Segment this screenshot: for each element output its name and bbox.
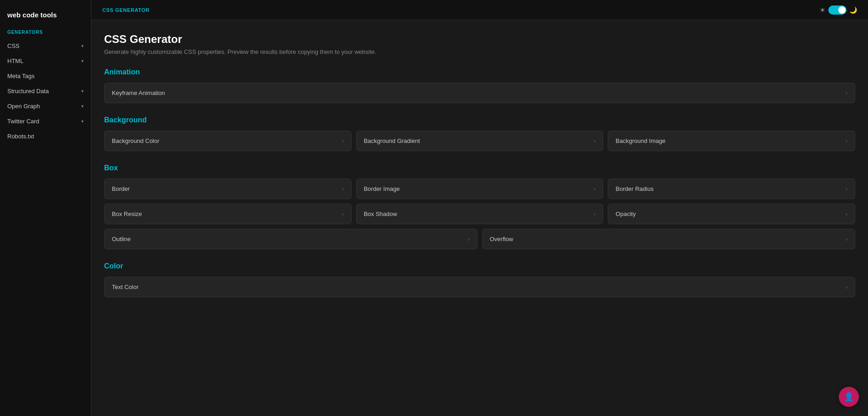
sidebar-item-label: HTML	[7, 58, 23, 64]
sidebar-item-label: Meta Tags	[7, 73, 35, 79]
toggle-knob	[838, 6, 846, 14]
card-label-overflow: Overflow	[490, 236, 513, 242]
card-arrow-keyframe-animation: ›	[846, 90, 847, 96]
card-label-outline: Outline	[112, 236, 131, 242]
card-label-opacity: Opacity	[615, 211, 636, 217]
section-background: Background Background Color › Background…	[104, 116, 855, 151]
sidebar-item-css[interactable]: CSS▾	[0, 38, 91, 53]
section-cards-background: Background Color › Background Gradient ›…	[104, 131, 855, 151]
app-logo: web code tools	[0, 7, 91, 28]
card-box-shadow[interactable]: Box Shadow ›	[356, 204, 604, 224]
card-arrow-background-color: ›	[342, 138, 344, 144]
card-arrow-background-gradient: ›	[594, 138, 595, 144]
card-arrow-outline: ›	[468, 236, 470, 242]
card-arrow-text-color: ›	[846, 284, 847, 290]
section-cards-box: Border › Border Image › Border Radius › …	[104, 179, 855, 249]
section-box: Box Border › Border Image › Border Radiu…	[104, 164, 855, 249]
topbar-title: CSS GENERATOR	[102, 7, 150, 13]
card-label-box-shadow: Box Shadow	[364, 211, 397, 217]
sidebar-item-structured-data[interactable]: Structured Data▾	[0, 84, 91, 99]
topbar: CSS GENERATOR ☀ 🌙	[91, 0, 868, 20]
card-overflow[interactable]: Overflow ›	[482, 229, 856, 249]
section-title-color: Color	[104, 262, 855, 270]
theme-toggle: ☀ 🌙	[820, 5, 857, 15]
chevron-icon: ▾	[81, 104, 84, 109]
main-area: CSS GENERATOR ☀ 🌙 CSS Generator Generate…	[91, 0, 868, 416]
sidebar-item-html[interactable]: HTML▾	[0, 53, 91, 68]
card-arrow-box-resize: ›	[342, 211, 344, 217]
content-area: CSS Generator Generate highly customizab…	[91, 20, 868, 416]
section-title-background: Background	[104, 116, 855, 124]
chevron-icon: ▾	[81, 58, 84, 63]
card-arrow-border-image: ›	[594, 186, 595, 192]
card-label-border-radius: Border Radius	[615, 185, 653, 192]
card-label-border-image: Border Image	[364, 185, 400, 192]
sidebar-item-label: Robots.txt	[7, 133, 34, 140]
sections-container: Animation Keyframe Animation › Backgroun…	[104, 68, 855, 297]
card-arrow-background-image: ›	[846, 138, 847, 144]
card-label-background-gradient: Background Gradient	[364, 137, 420, 144]
card-opacity[interactable]: Opacity ›	[608, 204, 855, 224]
card-text-color[interactable]: Text Color ›	[104, 277, 855, 297]
cards-row-box-1: Box Resize › Box Shadow › Opacity ›	[104, 204, 855, 224]
card-label-border: Border	[112, 185, 130, 192]
card-keyframe-animation[interactable]: Keyframe Animation ›	[104, 83, 855, 103]
card-border-radius[interactable]: Border Radius ›	[608, 179, 855, 199]
fab-button[interactable]: 👤	[839, 387, 859, 407]
card-label-keyframe-animation: Keyframe Animation	[112, 90, 165, 96]
chevron-icon: ▾	[81, 119, 84, 124]
sidebar-section-label: GENERATORS	[0, 28, 91, 38]
sun-icon: ☀	[820, 6, 826, 14]
page-subtitle: Generate highly customizable CSS propert…	[104, 48, 855, 55]
cards-row-background-0: Background Color › Background Gradient ›…	[104, 131, 855, 151]
card-arrow-overflow: ›	[846, 236, 847, 242]
card-border[interactable]: Border ›	[104, 179, 352, 199]
section-title-animation: Animation	[104, 68, 855, 76]
card-arrow-box-shadow: ›	[594, 211, 595, 217]
card-background-image[interactable]: Background Image ›	[608, 131, 855, 151]
card-background-gradient[interactable]: Background Gradient ›	[356, 131, 604, 151]
sidebar-item-robots-txt[interactable]: Robots.txt	[0, 129, 91, 144]
sidebar-item-meta-tags[interactable]: Meta Tags	[0, 68, 91, 84]
moon-icon: 🌙	[849, 6, 857, 14]
cards-row-box-2: Outline › Overflow ›	[104, 229, 855, 249]
theme-toggle-switch[interactable]	[828, 5, 847, 15]
fab-icon: 👤	[844, 392, 854, 402]
card-arrow-border-radius: ›	[846, 186, 847, 192]
chevron-icon: ▾	[81, 89, 84, 94]
sidebar-item-label: Twitter Card	[7, 118, 39, 125]
card-arrow-border: ›	[342, 186, 344, 192]
cards-row-animation-0: Keyframe Animation ›	[104, 83, 855, 103]
sidebar-item-open-graph[interactable]: Open Graph▾	[0, 99, 91, 114]
sidebar-item-twitter-card[interactable]: Twitter Card▾	[0, 114, 91, 129]
card-box-resize[interactable]: Box Resize ›	[104, 204, 352, 224]
card-label-background-color: Background Color	[112, 137, 159, 144]
section-title-box: Box	[104, 164, 855, 172]
section-cards-animation: Keyframe Animation ›	[104, 83, 855, 103]
sidebar: web code tools GENERATORS CSS▾HTML▾Meta …	[0, 0, 91, 416]
sidebar-item-label: CSS	[7, 42, 20, 49]
card-label-box-resize: Box Resize	[112, 211, 142, 217]
sidebar-item-label: Structured Data	[7, 88, 49, 95]
cards-row-box-0: Border › Border Image › Border Radius ›	[104, 179, 855, 199]
card-arrow-opacity: ›	[846, 211, 847, 217]
section-animation: Animation Keyframe Animation ›	[104, 68, 855, 103]
chevron-icon: ▾	[81, 43, 84, 48]
cards-row-color-0: Text Color ›	[104, 277, 855, 297]
section-cards-color: Text Color ›	[104, 277, 855, 297]
card-outline[interactable]: Outline ›	[104, 229, 478, 249]
section-color: Color Text Color ›	[104, 262, 855, 297]
card-label-background-image: Background Image	[615, 137, 665, 144]
sidebar-item-label: Open Graph	[7, 103, 40, 110]
card-background-color[interactable]: Background Color ›	[104, 131, 352, 151]
card-border-image[interactable]: Border Image ›	[356, 179, 604, 199]
page-title: CSS Generator	[104, 33, 855, 46]
card-label-text-color: Text Color	[112, 284, 139, 290]
